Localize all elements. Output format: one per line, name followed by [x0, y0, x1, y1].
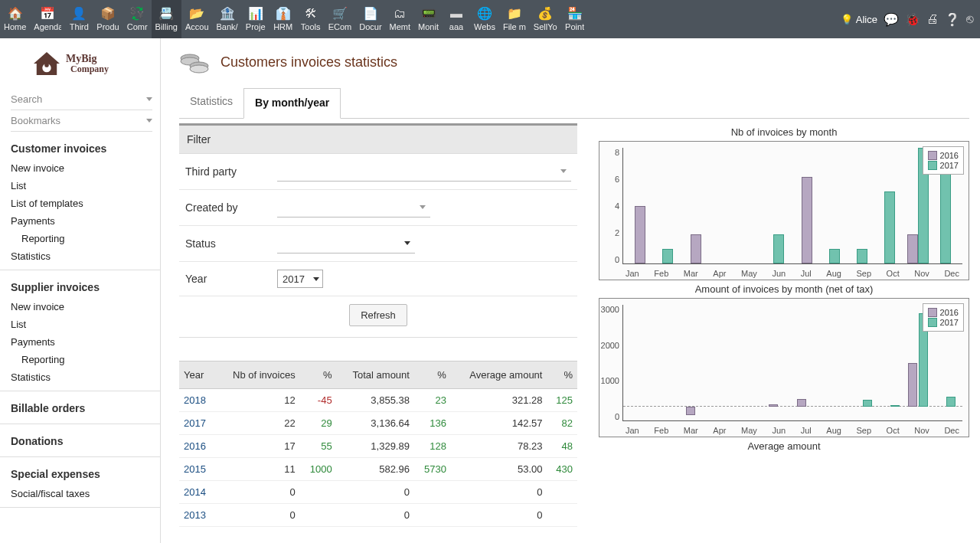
cell-amount: 3,855.38	[337, 389, 414, 412]
nav-tab-aaa[interactable]: ▬aaa	[443, 0, 470, 38]
bar-2017	[940, 162, 951, 263]
bar-2017	[863, 400, 872, 407]
sidebar-link[interactable]: Statistics	[11, 368, 152, 386]
nav-icon: 🏪	[567, 8, 583, 20]
help-icon[interactable]: ❔	[945, 12, 960, 27]
y-tick: 2	[599, 228, 621, 237]
nav-tab-point[interactable]: 🏪Point	[561, 0, 589, 38]
sidebar-heading[interactable]: Customer invoices	[11, 142, 152, 159]
sidebar-link[interactable]: List	[11, 316, 152, 333]
cell-nb: 17	[216, 435, 300, 458]
sidebar-heading[interactable]: Billable orders	[11, 402, 152, 419]
cell-pct-amt: 23	[414, 389, 451, 412]
cell-year[interactable]: 2018	[179, 389, 216, 412]
sidebar-heading[interactable]: Supplier invoices	[11, 281, 152, 298]
bar-2017	[829, 249, 840, 263]
nav-label: Agenda	[34, 22, 61, 31]
x-tick: Nov	[914, 269, 929, 278]
tab-statistics[interactable]: Statistics	[179, 87, 243, 118]
nav-tab-monit[interactable]: 📟Monit	[414, 0, 443, 38]
nav-icon: 🌐	[477, 8, 492, 20]
refresh-button[interactable]: Refresh	[349, 304, 407, 326]
nav-icon: 👤	[71, 8, 87, 20]
sidebar-link[interactable]: Reporting	[11, 230, 152, 247]
nav-tab-home[interactable]: 🏠Home	[0, 0, 30, 38]
sidebar-link[interactable]: Payments	[11, 333, 152, 351]
search-section[interactable]: Search	[11, 89, 152, 110]
sidebar-link[interactable]: List of templates	[11, 195, 152, 212]
x-tick: Oct	[887, 269, 900, 278]
table-header: %	[547, 361, 577, 389]
bar-group	[878, 148, 901, 263]
cell-year[interactable]: 2013	[179, 504, 216, 527]
cell-year[interactable]: 2017	[179, 412, 216, 435]
nav-icon: 🗂	[394, 8, 406, 20]
nav-tab-third[interactable]: 👤Third	[65, 0, 93, 38]
company-line2: Company	[70, 64, 109, 74]
nav-label: aaa	[449, 22, 463, 31]
bar-2016	[691, 234, 701, 263]
cell-year[interactable]: 2016	[179, 435, 216, 458]
chat-icon[interactable]: 💬	[884, 12, 899, 27]
nav-tab-memt[interactable]: 🗂Memt	[386, 0, 415, 38]
sidebar-link[interactable]: Statistics	[11, 247, 152, 265]
sidebar-link[interactable]: Social/fiscal taxes	[11, 485, 152, 502]
bar-group	[851, 305, 874, 420]
user-name: Alice	[856, 14, 877, 25]
filter-status-select[interactable]	[277, 234, 415, 254]
nav-icon: 💰	[537, 8, 553, 20]
nav-tab-hrm[interactable]: 👔HRM	[270, 0, 297, 38]
nav-icon: 👔	[276, 8, 291, 20]
nav-tab-bank/[interactable]: 🏦Bank/	[213, 0, 242, 38]
x-tick: Dec	[944, 269, 959, 278]
bar-2016	[907, 234, 918, 263]
cell-year[interactable]: 2015	[179, 458, 216, 481]
y-tick: 4	[599, 201, 621, 211]
nav-tab-ecom[interactable]: 🛒ECom	[325, 0, 356, 38]
bug-icon[interactable]: 🐞	[905, 12, 920, 27]
sidebar-link[interactable]: New invoice	[11, 298, 152, 316]
bar-group	[684, 305, 707, 420]
nav-tab-docur[interactable]: 📄Docur	[355, 0, 385, 38]
nav-tab-sellyo[interactable]: 💰SellYo	[530, 0, 561, 38]
x-tick: Nov	[914, 426, 929, 435]
filter-year-value: 2017	[283, 273, 305, 285]
nav-tab-proje[interactable]: 📊Proje	[242, 0, 270, 38]
nav-icon: 📂	[189, 8, 204, 20]
table-row: 2017 22 29 3,136.64 136 142.57 82	[179, 412, 577, 435]
nav-label: Monit	[418, 22, 439, 31]
bar-group	[823, 148, 846, 263]
sidebar-link[interactable]: Payments	[11, 212, 152, 230]
legend-2016: 2016	[940, 151, 959, 160]
sidebar-link[interactable]: List	[11, 177, 152, 195]
cell-pct-avg: 82	[547, 412, 577, 435]
y-tick: 1000	[599, 376, 621, 385]
cell-amount: 0	[337, 481, 414, 504]
nav-tab-billing[interactable]: 📇Billing	[152, 0, 181, 38]
nav-tab-accou[interactable]: 📂Accou	[181, 0, 213, 38]
table-row: 2018 12 -45 3,855.38 23 321.28 125	[179, 389, 577, 412]
print-icon[interactable]: 🖨	[926, 12, 939, 26]
tab-by-month-year[interactable]: By month/year	[243, 88, 341, 119]
logout-icon[interactable]: ⎋	[966, 12, 974, 26]
nav-tab-webs[interactable]: 🌐Webs	[470, 0, 499, 38]
sidebar-link[interactable]: Reporting	[11, 351, 152, 368]
nav-tab-comr[interactable]: 💱Comr	[123, 0, 152, 38]
y-tick: 8	[599, 148, 621, 157]
filter-createdby-select[interactable]	[277, 198, 430, 218]
nav-tab-agenda[interactable]: 📅Agenda	[30, 0, 65, 38]
sidebar-heading[interactable]: Special expenses	[11, 468, 152, 485]
filter-year-select[interactable]: 2017	[277, 270, 323, 288]
nav-tab-tools[interactable]: 🛠Tools	[297, 0, 325, 38]
cell-year[interactable]: 2014	[179, 481, 216, 504]
page-title: Customers invoices statistics	[220, 54, 397, 70]
filter-thirdparty-select[interactable]	[277, 162, 571, 182]
sidebar-heading[interactable]: Donations	[11, 435, 152, 452]
bar-group	[878, 305, 901, 420]
nav-tab-produ[interactable]: 📦Produ	[93, 0, 122, 38]
x-tick: Oct	[887, 426, 900, 435]
bookmarks-section[interactable]: Bookmarks	[11, 110, 152, 132]
user-menu[interactable]: 💡Alice	[841, 14, 877, 25]
sidebar-link[interactable]: New invoice	[11, 159, 152, 177]
nav-tab-file m[interactable]: 📁File m	[499, 0, 530, 38]
